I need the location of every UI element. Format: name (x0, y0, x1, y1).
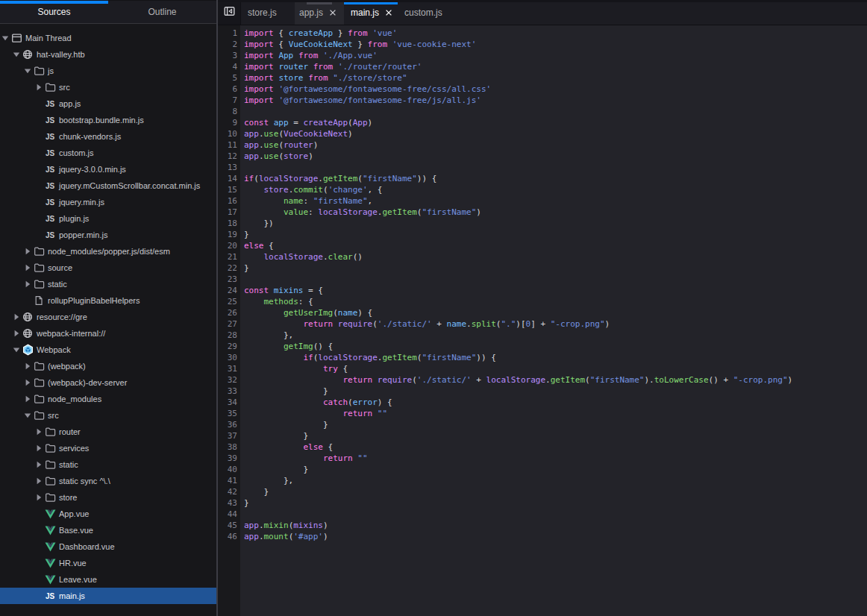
line-number[interactable]: 2 (218, 39, 237, 50)
tree-item-src[interactable]: src (0, 407, 216, 424)
twisty-closed-icon[interactable] (24, 260, 33, 276)
tree-item--webpack-[interactable]: (webpack) (0, 358, 216, 374)
line-number[interactable]: 7 (218, 95, 237, 106)
tree-item-store[interactable]: store (0, 489, 216, 506)
line-number[interactable]: 18 (218, 218, 237, 229)
line-number[interactable]: 32 (218, 374, 237, 386)
hide-panes-button[interactable] (218, 0, 241, 25)
tree-item-custom.js[interactable]: JScustom.js (0, 145, 216, 161)
tree-item-js[interactable]: js (0, 63, 216, 79)
tree-item-jquery.min.js[interactable]: JSjquery.min.js (0, 194, 216, 210)
close-icon[interactable] (328, 7, 337, 18)
line-number[interactable]: 3 (218, 50, 237, 61)
file-tab-custom.js[interactable]: custom.js (398, 0, 449, 25)
twisty-closed-icon[interactable] (13, 325, 22, 342)
tree-item-src[interactable]: src (0, 79, 216, 95)
line-number[interactable]: 43 (218, 497, 237, 509)
line-number[interactable]: 1 (218, 28, 237, 39)
tree-item-app.vue[interactable]: App.vue (0, 506, 216, 522)
tree-item-services[interactable]: services (0, 440, 216, 456)
twisty-closed-icon[interactable] (24, 358, 33, 374)
tree-item-popper.min.js[interactable]: JSpopper.min.js (0, 227, 216, 243)
tree-item-node-modules-popper.js-dist-esm[interactable]: node_modules/popper.js/dist/esm (0, 243, 216, 260)
line-number[interactable]: 42 (218, 486, 237, 497)
line-number[interactable]: 11 (218, 139, 237, 151)
line-number[interactable]: 46 (218, 531, 237, 542)
line-number[interactable]: 31 (218, 363, 237, 374)
line-number[interactable]: 34 (218, 397, 237, 408)
twisty-open-icon[interactable] (1, 30, 10, 46)
line-number[interactable]: 37 (218, 430, 237, 441)
twisty-closed-icon[interactable] (24, 243, 33, 260)
tree-item-main-thread[interactable]: Main Thread (0, 30, 216, 46)
twisty-closed-icon[interactable] (35, 473, 44, 489)
line-number[interactable]: 17 (218, 207, 237, 218)
line-number[interactable]: 5 (218, 72, 237, 84)
tree-item-rolluppluginbabelhelpers[interactable]: rollupPluginBabelHelpers (0, 292, 216, 309)
tree-item-node-modules[interactable]: node_modules (0, 391, 216, 407)
twisty-open-icon[interactable] (24, 407, 33, 424)
line-number[interactable]: 9 (218, 117, 237, 128)
twisty-closed-icon[interactable] (35, 440, 44, 456)
line-number[interactable]: 30 (218, 352, 237, 363)
line-number[interactable]: 19 (218, 229, 237, 240)
line-number[interactable]: 28 (218, 330, 237, 341)
panel-tab-outline[interactable]: Outline (108, 1, 216, 23)
tree-item-static-sync-.-[interactable]: static sync ^\.\ (0, 473, 216, 489)
tree-item-base.vue[interactable]: Base.vue (0, 522, 216, 538)
tree-item-webpack[interactable]: Webpack (0, 342, 216, 358)
tree-item-source[interactable]: source (0, 260, 216, 276)
line-number[interactable]: 41 (218, 475, 237, 486)
line-number[interactable]: 27 (218, 318, 237, 330)
line-number[interactable]: 35 (218, 408, 237, 419)
line-number[interactable]: 13 (218, 162, 237, 173)
line-number[interactable]: 4 (218, 61, 237, 72)
tree-item-webpack-internal-[interactable]: webpack-internal:// (0, 325, 216, 342)
tree-item-hr.vue[interactable]: HR.vue (0, 555, 216, 571)
tree-item-router[interactable]: router (0, 424, 216, 440)
line-number[interactable]: 29 (218, 341, 237, 352)
tree-item-app.js[interactable]: JSapp.js (0, 95, 216, 112)
line-number[interactable]: 12 (218, 151, 237, 162)
twisty-closed-icon[interactable] (13, 309, 22, 325)
line-number[interactable]: 8 (218, 106, 237, 117)
tree-item-bootstrap.bundle.min.js[interactable]: JSbootstrap.bundle.min.js (0, 112, 216, 128)
line-number[interactable]: 38 (218, 441, 237, 453)
line-number[interactable]: 36 (218, 419, 237, 430)
twisty-closed-icon[interactable] (24, 374, 33, 391)
line-number[interactable]: 26 (218, 307, 237, 318)
twisty-closed-icon[interactable] (24, 391, 33, 407)
tree-item-resource-gre[interactable]: resource://gre (0, 309, 216, 325)
line-number[interactable]: 33 (218, 386, 237, 397)
line-number[interactable]: 25 (218, 296, 237, 307)
panel-tab-sources[interactable]: Sources (0, 1, 108, 23)
code-lines[interactable]: import { createApp } from 'vue'import { … (240, 25, 867, 616)
tree-item-jquery-3.0.0.min.js[interactable]: JSjquery-3.0.0.min.js (0, 161, 216, 177)
twisty-open-icon[interactable] (13, 342, 22, 358)
tree-item-leave.vue[interactable]: Leave.vue (0, 571, 216, 588)
twisty-closed-icon[interactable] (35, 456, 44, 473)
twisty-open-icon[interactable] (13, 46, 22, 63)
line-number[interactable]: 16 (218, 195, 237, 207)
file-tab-app.js[interactable]: app.js (295, 0, 344, 25)
file-tab-main.js[interactable]: main.js (344, 0, 398, 25)
twisty-closed-icon[interactable] (35, 79, 44, 95)
tree-item-chunk-vendors.js[interactable]: JSchunk-vendors.js (0, 128, 216, 145)
tree-item-static[interactable]: static (0, 456, 216, 473)
tree-item-plugin.js[interactable]: JSplugin.js (0, 210, 216, 227)
tree-item-dashboard.vue[interactable]: Dashboard.vue (0, 538, 216, 555)
tree-item--webpack-dev-server[interactable]: (webpack)-dev-server (0, 374, 216, 391)
line-number[interactable]: 45 (218, 520, 237, 531)
tree-item-main.js[interactable]: JSmain.js (0, 588, 216, 604)
tree-item-static[interactable]: static (0, 276, 216, 292)
line-number[interactable]: 40 (218, 464, 237, 475)
line-number[interactable]: 14 (218, 173, 237, 184)
file-tab-store.js[interactable]: store.js (241, 0, 295, 25)
line-number[interactable]: 15 (218, 184, 237, 195)
line-number[interactable]: 44 (218, 509, 237, 520)
line-number[interactable]: 23 (218, 274, 237, 285)
tree-item-hat-valley.htb[interactable]: hat-valley.htb (0, 46, 216, 63)
line-number[interactable]: 20 (218, 240, 237, 251)
close-icon[interactable] (384, 7, 391, 18)
twisty-closed-icon[interactable] (24, 276, 33, 292)
